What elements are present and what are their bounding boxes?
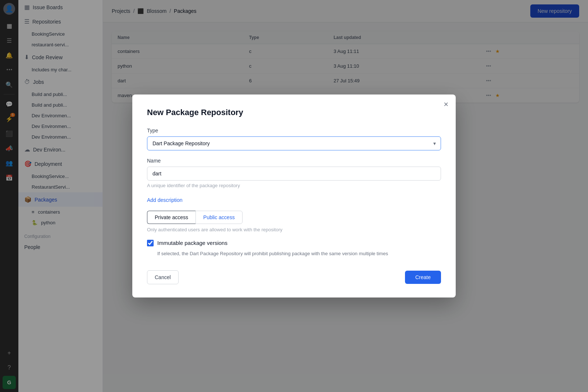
new-package-repo-modal: × New Package Repository Type Dart Packa…: [132, 95, 456, 298]
private-access-button[interactable]: Private access: [147, 211, 196, 224]
add-description-link[interactable]: Add description: [147, 197, 183, 203]
access-hint: Only authenticated users are allowed to …: [147, 227, 441, 232]
name-hint: A unique identifier of the package repos…: [147, 183, 441, 188]
type-label: Type: [147, 128, 441, 133]
name-label: Name: [147, 158, 441, 164]
name-form-group: Name A unique identifier of the package …: [147, 158, 441, 188]
immutable-form-group: Immutable package versions If selected, …: [147, 240, 441, 257]
type-select[interactable]: Dart Package Repository Maven Repository…: [147, 136, 441, 150]
cancel-button[interactable]: Cancel: [147, 270, 179, 284]
type-form-group: Type Dart Package Repository Maven Repos…: [147, 128, 441, 150]
access-form-group: Private access Public access Only authen…: [147, 211, 441, 232]
immutable-label[interactable]: Immutable package versions: [157, 240, 227, 246]
type-select-wrapper: Dart Package Repository Maven Repository…: [147, 136, 441, 150]
create-button[interactable]: Create: [405, 271, 441, 284]
immutable-checkbox-row: Immutable package versions: [147, 240, 441, 246]
public-access-button[interactable]: Public access: [196, 211, 243, 224]
access-toggle: Private access Public access: [147, 211, 441, 224]
modal-footer: Cancel Create: [147, 270, 441, 284]
modal-title: New Package Repository: [147, 108, 441, 117]
modal-overlay[interactable]: × New Package Repository Type Dart Packa…: [0, 0, 588, 392]
description-form-group: Add description: [147, 196, 441, 203]
modal-close-button[interactable]: ×: [444, 100, 448, 108]
name-input[interactable]: [147, 167, 441, 181]
immutable-desc: If selected, the Dart Package Repository…: [157, 250, 441, 257]
immutable-checkbox[interactable]: [147, 240, 154, 246]
